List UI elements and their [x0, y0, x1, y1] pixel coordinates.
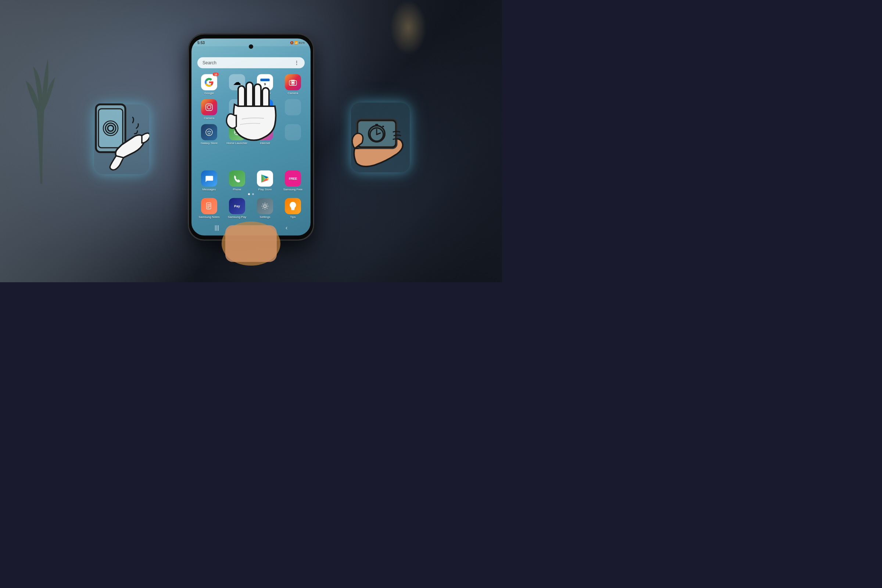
search-text: Search	[202, 60, 216, 65]
plant-decoration	[18, 37, 63, 184]
galaxy-store-label: Galaxy Store	[201, 141, 218, 145]
search-bar[interactable]: Search ⋮	[197, 57, 304, 68]
svg-point-9	[211, 105, 212, 105]
google-badge: 10	[213, 73, 219, 76]
svg-rect-29	[246, 82, 253, 108]
svg-rect-39	[382, 126, 384, 127]
app-play-store[interactable]: Play Store	[252, 171, 278, 191]
dock-row1: Messages Phone	[196, 171, 305, 191]
svg-point-4	[292, 82, 294, 84]
messages-label: Messages	[202, 188, 216, 191]
svg-point-8	[207, 105, 211, 109]
timer-gesture-svg	[349, 101, 412, 174]
gesture-tap-left	[90, 101, 149, 174]
tap-gesture-svg	[90, 101, 149, 174]
svg-rect-38	[375, 124, 378, 126]
instagram-icon-img	[201, 99, 217, 116]
camera-icon-img	[285, 74, 301, 90]
swipe-gesture-svg	[222, 79, 280, 167]
app-blank4	[280, 124, 305, 145]
blank4-icon-img	[285, 124, 301, 140]
app-samsung-free[interactable]: FREE Samsung Free	[280, 171, 305, 191]
svg-rect-31	[262, 88, 269, 108]
app-instagram[interactable]: Camera	[196, 99, 222, 120]
camera-notch	[249, 45, 253, 49]
app-blank3	[280, 99, 305, 120]
svg-rect-30	[254, 84, 261, 108]
tips-label: Tips	[290, 215, 296, 219]
dot-2	[252, 193, 254, 195]
app-galaxy-store[interactable]: Galaxy Store	[196, 124, 222, 145]
svg-rect-28	[238, 86, 245, 108]
hand-holding-phone	[214, 196, 288, 269]
samsung-free-label: Samsung Free	[284, 188, 303, 191]
app-phone[interactable]: Phone	[225, 171, 249, 191]
svg-rect-20	[291, 209, 295, 210]
light-fixture	[390, 0, 427, 55]
svg-rect-7	[206, 104, 212, 111]
messages-icon-img	[201, 171, 217, 187]
status-icons: 🔕 📶 81%	[290, 41, 304, 45]
app-camera[interactable]: Camera	[280, 74, 305, 95]
status-time: 5:53	[197, 41, 205, 45]
svg-rect-22	[225, 225, 277, 262]
google-icon-img: 10	[201, 74, 217, 90]
dot-1	[248, 193, 250, 195]
search-menu-icon[interactable]: ⋮	[294, 60, 300, 66]
gesture-timer-right	[349, 101, 412, 174]
page-indicators	[196, 193, 305, 195]
gesture-swipe-center	[222, 79, 280, 167]
svg-rect-24	[99, 109, 123, 148]
phone-label: Phone	[232, 188, 241, 191]
svg-point-10	[206, 129, 212, 136]
instagram-label: Camera	[204, 117, 214, 120]
phone-icon-img	[229, 171, 245, 187]
play-store-label: Play Store	[258, 188, 272, 191]
app-google[interactable]: 10 Google	[196, 74, 222, 95]
play-store-icon-img	[257, 171, 273, 187]
galaxy-store-icon-img	[201, 124, 217, 140]
blank3-icon-img	[285, 99, 301, 116]
svg-rect-15	[207, 203, 211, 209]
google-label: Google	[204, 92, 214, 95]
app-messages[interactable]: Messages	[196, 171, 222, 191]
samsung-free-icon-img: FREE	[285, 171, 301, 187]
camera-label: Camera	[288, 92, 298, 95]
